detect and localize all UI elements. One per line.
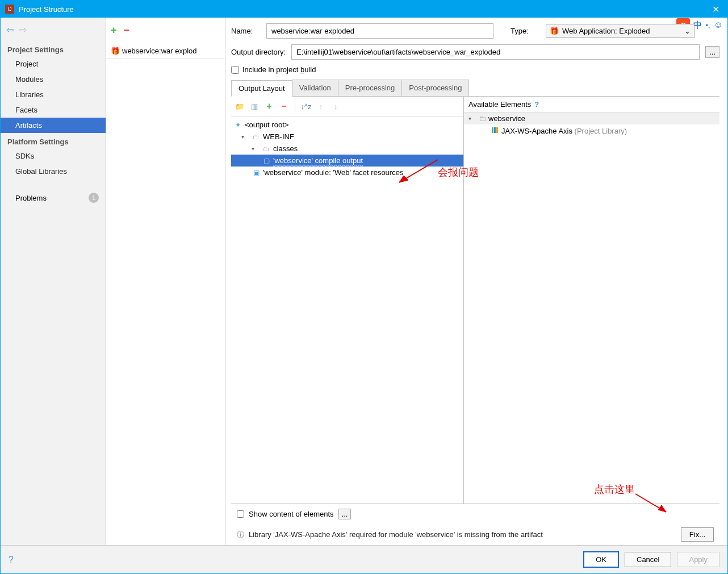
problems-badge: 1 <box>89 193 99 203</box>
sort-icon[interactable]: ↓ᴬz <box>300 100 312 113</box>
move-up-icon: ↑ <box>315 100 327 113</box>
module-icon: 🗀 <box>479 114 486 123</box>
new-folder-icon[interactable]: 📁 <box>233 100 246 113</box>
apply-button: Apply <box>677 552 719 567</box>
new-archive-icon[interactable]: ▥ <box>248 100 261 113</box>
type-select[interactable]: 🎁 Web Application: Exploded ⌄ <box>546 24 694 38</box>
outdir-label: Output directory: <box>231 48 286 56</box>
close-icon[interactable]: ✕ <box>709 4 723 15</box>
artifact-icon: 🎁 <box>111 47 120 55</box>
warning-icon: ⓘ <box>237 530 244 540</box>
nav-forward-icon: ⇨ <box>19 25 27 35</box>
separator <box>295 101 295 111</box>
tree-root[interactable]: ✦ <output root> <box>231 119 463 131</box>
app-icon: IJ <box>5 5 14 14</box>
artifact-list: + − 🎁 webservice:war explod <box>106 18 225 545</box>
cancel-button[interactable]: Cancel <box>625 552 671 567</box>
name-input[interactable] <box>266 23 493 39</box>
tree-classes[interactable]: ▾ 🗀 classes <box>231 143 463 155</box>
fix-button[interactable]: Fix... <box>681 527 714 542</box>
avail-library[interactable]: JAX-WS-Apache Axis (Project Library) <box>464 124 719 138</box>
nav-sdks[interactable]: SDKs <box>1 148 106 164</box>
library-icon <box>491 126 499 136</box>
window-title: Project Structure <box>19 5 709 14</box>
expand-icon[interactable]: ▾ <box>241 134 249 140</box>
artifact-item-label: webservice:war explod <box>122 47 197 55</box>
tab-preprocessing[interactable]: Pre-processing <box>338 80 402 96</box>
include-build-label: Include in project build <box>242 65 316 74</box>
dialog-buttons: ? OK Cancel Apply <box>1 545 727 573</box>
section-platform-settings: Platform Settings <box>1 133 106 148</box>
web-facet-icon: ▣ <box>252 169 261 177</box>
section-project-settings: Project Settings <box>1 41 106 56</box>
tab-validation[interactable]: Validation <box>292 80 338 96</box>
expand-icon[interactable]: ▾ <box>468 115 476 122</box>
show-content-label: Show content of elements <box>249 510 334 518</box>
name-label: Name: <box>231 27 261 35</box>
nav-global-libraries[interactable]: Global Libraries <box>1 164 106 179</box>
nav-project[interactable]: Project <box>1 56 106 72</box>
tree-webinf[interactable]: ▾ 🗀 WEB-INF <box>231 131 463 143</box>
nav-artifacts[interactable]: Artifacts <box>1 118 106 133</box>
sidebar: ⇦ ⇨ Project Settings Project Modules Lib… <box>1 18 106 545</box>
chevron-down-icon: ⌄ <box>684 27 691 35</box>
avail-module[interactable]: ▾ 🗀 webservice <box>464 113 719 124</box>
warning-message: Library 'JAX-WS-Apache Axis' required fo… <box>249 530 676 539</box>
show-content-checkbox[interactable] <box>237 510 244 518</box>
svg-rect-2 <box>496 127 498 133</box>
show-content-row: Show content of elements ... <box>231 504 719 524</box>
tree-remove-icon[interactable]: − <box>278 100 290 113</box>
expand-icon[interactable]: ▾ <box>252 145 260 152</box>
warning-row: ⓘ Library 'JAX-WS-Apache Axis' required … <box>231 524 719 545</box>
include-build-checkbox[interactable] <box>231 66 239 74</box>
nav-problems[interactable]: Problems 1 <box>1 189 106 206</box>
svg-rect-0 <box>492 127 493 133</box>
titlebar: IJ Project Structure ✕ <box>1 1 727 18</box>
nav-facets[interactable]: Facets <box>1 102 106 118</box>
type-icon: 🎁 <box>550 27 559 35</box>
folder-icon: 🗀 <box>262 145 271 153</box>
problems-label: Problems <box>15 194 47 202</box>
help-icon[interactable]: ? <box>534 100 539 109</box>
move-down-icon: ↓ <box>329 100 342 113</box>
tabs: Output Layout Validation Pre-processing … <box>231 80 719 97</box>
ok-button[interactable]: OK <box>583 551 619 568</box>
available-tree[interactable]: ▾ 🗀 webservice JAX-WS-Apache Axis (Proje… <box>464 113 719 504</box>
type-value: Web Application: Exploded <box>562 27 650 35</box>
show-content-dots-button[interactable]: ... <box>338 509 352 519</box>
nav-libraries[interactable]: Libraries <box>1 87 106 102</box>
outdir-input[interactable] <box>291 44 700 60</box>
type-label: Type: <box>511 27 540 35</box>
tab-output-layout[interactable]: Output Layout <box>231 80 292 97</box>
module-output-icon: ▢ <box>262 157 271 165</box>
tree-facet-resources[interactable]: ▣ 'webservice' module: 'Web' facet resou… <box>231 167 463 178</box>
output-tree[interactable]: ✦ <output root> ▾ 🗀 WEB-INF ▾ 🗀 classes <box>231 117 463 504</box>
add-artifact-icon[interactable]: + <box>111 24 117 36</box>
svg-rect-1 <box>494 127 496 133</box>
tab-postprocessing[interactable]: Post-processing <box>401 80 469 96</box>
main-panel: Name: Type: 🎁 Web Application: Exploded … <box>225 18 727 545</box>
tree-compile-output[interactable]: ▢ 'webservice' compile output <box>231 155 463 167</box>
help-button[interactable]: ? <box>9 555 14 565</box>
nav-modules[interactable]: Modules <box>1 72 106 87</box>
available-elements-header: Available Elements ? <box>464 97 719 113</box>
tree-toolbar: 📁 ▥ + − ↓ᴬz ↑ ↓ <box>231 97 463 117</box>
artifact-item[interactable]: 🎁 webservice:war explod <box>106 43 225 59</box>
nav-back-icon[interactable]: ⇦ <box>6 25 14 35</box>
outdir-browse-button[interactable]: ... <box>705 46 719 58</box>
folder-icon: 🗀 <box>252 133 261 141</box>
tree-add-icon[interactable]: + <box>263 100 275 113</box>
remove-artifact-icon[interactable]: − <box>124 24 130 36</box>
root-icon: ✦ <box>233 121 242 129</box>
